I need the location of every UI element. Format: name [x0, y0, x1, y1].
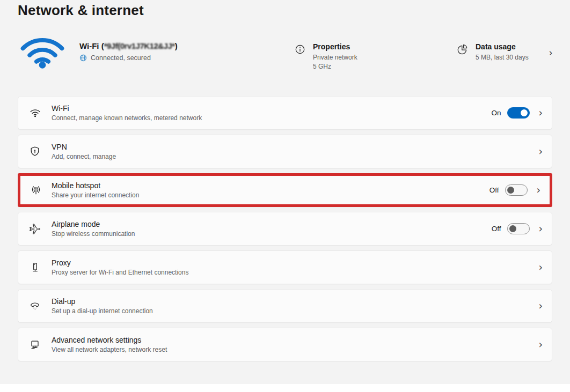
row-dialup-text: Dial-up Set up a dial-up internet connec… [52, 297, 530, 315]
row-label: Advanced network settings [52, 336, 530, 344]
settings-page: Network & internet Wi-Fi (*9Jf(0rv1J7K12… [0, 0, 570, 361]
connection-status: Connected, secured [79, 54, 294, 62]
row-description: View all network adapters, network reset [52, 346, 530, 353]
data-usage-summary: 5 MB, last 30 days [476, 53, 529, 62]
wifi-icon [18, 106, 52, 120]
chevron-right-icon: › [536, 185, 540, 195]
row-vpn[interactable]: VPN Add, connect, manage › [18, 135, 552, 168]
connection-status-text: Connected, secured [91, 54, 151, 62]
row-description: Connect, manage known networks, metered … [52, 114, 491, 122]
mobile-hotspot-icon [20, 184, 52, 197]
chevron-right-icon: › [538, 339, 543, 350]
row-description: Add, connect, manage [52, 153, 530, 160]
wifi-connection-info: Wi-Fi (*9Jf(0rv1J7K12&JJ*) Connected, se… [79, 33, 294, 62]
row-label: Mobile hotspot [52, 181, 489, 190]
row-wifi-text: Wi-Fi Connect, manage known networks, me… [52, 104, 491, 122]
data-usage-block[interactable]: Data usage 5 MB, last 30 days [456, 33, 543, 62]
connection-summary: Wi-Fi (*9Jf(0rv1J7K12&JJ*) Connected, se… [18, 33, 552, 73]
toggle-knob [509, 225, 516, 232]
properties-band: 5 GHz [313, 62, 357, 71]
wifi-network-name: Wi-Fi (*9Jf(0rv1J7K12&JJ*) [79, 41, 294, 50]
row-label: VPN [52, 143, 530, 151]
row-label: Proxy [52, 258, 530, 267]
row-wifi[interactable]: Wi-Fi Connect, manage known networks, me… [18, 96, 552, 130]
row-label: Dial-up [52, 297, 530, 306]
chevron-right-icon: › [538, 146, 543, 157]
row-advanced-text: Advanced network settings View all netwo… [52, 336, 530, 353]
row-label: Airplane mode [52, 220, 492, 228]
airplane-mode-toggle[interactable] [507, 223, 530, 234]
toggle-knob [507, 187, 514, 194]
page-title: Network & internet [18, 2, 552, 19]
wifi-toggle[interactable] [507, 107, 530, 119]
row-proxy-text: Proxy Proxy server for Wi-Fi and Etherne… [52, 258, 530, 276]
row-proxy[interactable]: Proxy Proxy server for Wi-Fi and Etherne… [18, 250, 552, 284]
window-bottom-strip [0, 384, 570, 392]
info-icon [294, 42, 306, 71]
pie-chart-icon [456, 42, 469, 62]
airplane-toggle-label: Off [492, 225, 501, 233]
row-description: Stop wireless communication [52, 230, 492, 238]
toggle-knob [521, 109, 528, 116]
chevron-right-icon: › [538, 224, 543, 234]
properties-title: Properties [313, 42, 357, 51]
row-description: Set up a dial-up internet connection [52, 307, 530, 315]
chevron-right-icon: › [538, 108, 543, 118]
row-mobile-hotspot[interactable]: Mobile hotspot Share your internet conne… [18, 173, 552, 207]
row-airplane-mode[interactable]: Airplane mode Stop wireless communicatio… [18, 212, 552, 246]
wifi-hero-icon [18, 33, 79, 69]
row-dialup[interactable]: Dial-up Set up a dial-up internet connec… [18, 289, 552, 323]
chevron-right-icon: › [543, 33, 552, 58]
row-airplane-text: Airplane mode Stop wireless communicatio… [52, 220, 492, 238]
mobile-hotspot-toggle[interactable] [505, 184, 528, 196]
row-label: Wi-Fi [52, 104, 491, 113]
globe-icon [79, 54, 87, 62]
row-advanced-network-settings[interactable]: Advanced network settings View all netwo… [18, 328, 552, 361]
row-vpn-text: VPN Add, connect, manage [52, 143, 530, 160]
settings-list: Wi-Fi Connect, manage known networks, me… [18, 96, 552, 361]
redacted-ssid: *9Jf(0rv1J7K12&JJ* [104, 41, 175, 50]
chevron-right-icon: › [538, 301, 543, 311]
row-description: Share your internet connection [52, 191, 489, 199]
vpn-shield-icon [18, 145, 52, 158]
properties-network-type: Private network [313, 53, 357, 62]
row-mobile-hotspot-text: Mobile hotspot Share your internet conne… [52, 181, 489, 199]
properties-block[interactable]: Properties Private network 5 GHz [294, 33, 456, 71]
chevron-right-icon: › [538, 262, 543, 272]
airplane-icon [18, 223, 52, 235]
data-usage-title: Data usage [476, 42, 529, 51]
wifi-toggle-label: On [491, 109, 501, 117]
mobile-hotspot-toggle-label: Off [489, 186, 499, 194]
proxy-server-icon [18, 261, 52, 274]
monitor-network-icon [18, 338, 52, 351]
dialup-phone-icon [18, 300, 52, 313]
row-description: Proxy server for Wi-Fi and Ethernet conn… [52, 269, 530, 276]
